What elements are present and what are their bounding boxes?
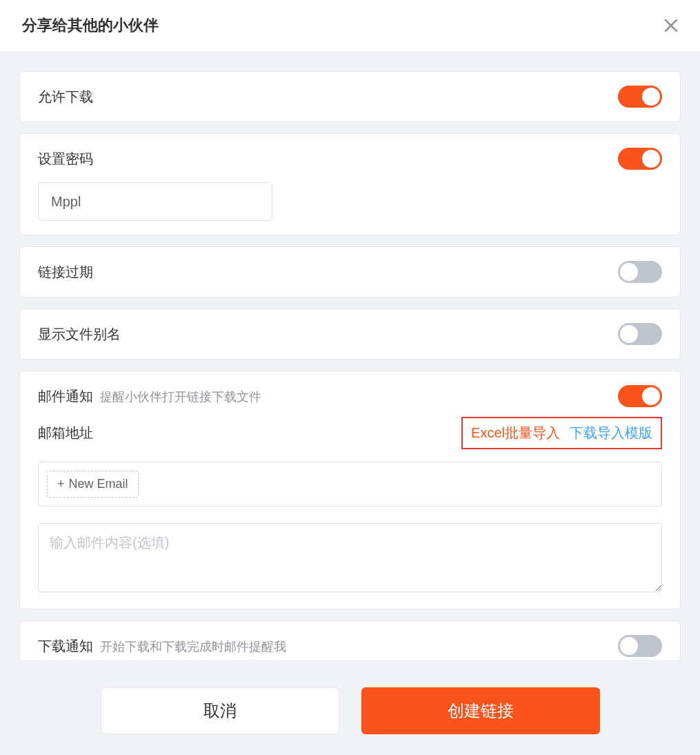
excel-import-link[interactable]: Excel批量导入 <box>471 424 560 442</box>
import-links-box: Excel批量导入 下载导入模版 <box>461 417 662 449</box>
set-password-card: 设置密码 <box>19 133 681 235</box>
download-template-link[interactable]: 下载导入模版 <box>570 424 652 442</box>
create-link-button[interactable]: 创建链接 <box>361 687 600 734</box>
cancel-button[interactable]: 取消 <box>101 687 339 734</box>
modal-header: 分享给其他的小伙伴 <box>0 0 700 52</box>
set-password-label: 设置密码 <box>38 150 93 168</box>
download-notify-label: 下载通知 <box>38 637 93 656</box>
close-icon[interactable] <box>663 17 679 34</box>
download-notify-card: 下载通知 开始下载和下载完成时邮件提醒我 <box>19 620 681 660</box>
link-expire-card: 链接过期 <box>19 246 681 297</box>
allow-download-toggle[interactable] <box>618 86 662 108</box>
plus-icon: + <box>57 477 65 491</box>
email-notify-card: 邮件通知 提醒小伙伴打开链接下载文件 邮箱地址 Excel批量导入 下载导入模版… <box>19 371 681 609</box>
new-email-button[interactable]: + New Email <box>47 471 139 498</box>
email-address-label: 邮箱地址 <box>38 424 93 442</box>
show-alias-toggle[interactable] <box>618 323 662 345</box>
modal-footer: 取消 创建链接 <box>0 660 700 755</box>
show-alias-card: 显示文件别名 <box>19 308 681 360</box>
allow-download-card: 允许下载 <box>19 71 681 122</box>
email-list-box: + New Email <box>38 462 662 507</box>
new-email-label: New Email <box>69 477 128 491</box>
link-expire-label: 链接过期 <box>38 263 93 282</box>
email-notify-label: 邮件通知 <box>38 387 93 406</box>
show-alias-label: 显示文件别名 <box>38 325 121 344</box>
email-notify-hint: 提醒小伙伴打开链接下载文件 <box>100 389 261 405</box>
share-modal: 分享给其他的小伙伴 允许下载 设置密码 链接过期 <box>0 0 700 755</box>
email-content-textarea[interactable] <box>38 523 662 592</box>
modal-title: 分享给其他的小伙伴 <box>22 15 159 36</box>
link-expire-toggle[interactable] <box>618 261 662 283</box>
set-password-toggle[interactable] <box>618 148 662 170</box>
modal-body: 允许下载 设置密码 链接过期 显示文件别名 <box>0 52 700 660</box>
email-notify-toggle[interactable] <box>618 385 662 407</box>
download-notify-hint: 开始下载和下载完成时邮件提醒我 <box>100 638 286 655</box>
password-input[interactable] <box>38 182 272 221</box>
allow-download-label: 允许下载 <box>38 88 93 106</box>
download-notify-toggle[interactable] <box>618 635 662 657</box>
